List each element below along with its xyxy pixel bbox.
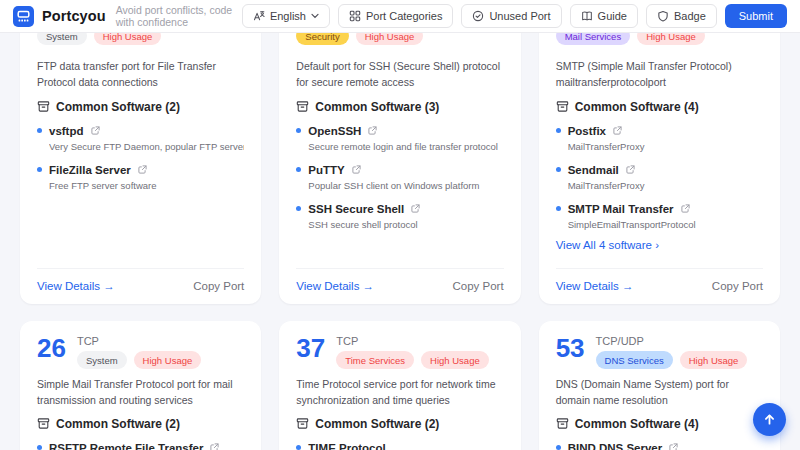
port-protocol: TCP <box>336 335 488 348</box>
software-item: PuTTYPopular SSH client on Windows platf… <box>296 164 503 191</box>
software-description: SSH secure shell protocol <box>308 219 503 230</box>
software-name-link[interactable]: vsftpd <box>49 125 84 137</box>
software-name-link[interactable]: OpenSSH <box>308 125 361 137</box>
port-card[interactable]: 53 TCP/UDP DNS ServicesHigh Usage DNS (D… <box>539 321 780 450</box>
common-software-label: Common Software (4) <box>575 100 699 114</box>
software-item: FileZilla ServerFree FTP server software <box>37 164 244 191</box>
nav-label: Badge <box>674 10 706 22</box>
software-list: BIND DNS Server <box>556 431 763 450</box>
nav-button-badge[interactable]: Badge <box>646 4 717 28</box>
common-software-header: Common Software (2) <box>37 100 244 114</box>
submit-button[interactable]: Submit <box>725 4 787 28</box>
bullet-dot <box>37 167 42 172</box>
copy-port-button[interactable]: Copy Port <box>712 280 763 292</box>
software-item: RSFTP Remote File Transfer <box>37 442 244 450</box>
external-link-icon <box>368 126 377 135</box>
port-card[interactable]: Mail ServicesHigh Usage SMTP (Simple Mai… <box>539 5 780 304</box>
software-name-link[interactable]: RSFTP Remote File Transfer <box>49 442 203 450</box>
software-item: SSH Secure ShellSSH secure shell protoco… <box>296 203 503 230</box>
common-software-header: Common Software (3) <box>296 100 503 114</box>
bullet-dot <box>37 128 42 133</box>
port-meta: TCP SystemHigh Usage <box>77 335 201 369</box>
software-item: SendmailMailTransferProxy <box>556 164 763 191</box>
software-name-link[interactable]: FileZilla Server <box>49 164 131 176</box>
language-selector[interactable]: English <box>242 4 330 28</box>
bullet-dot <box>556 445 561 450</box>
software-list: vsftpdVery Secure FTP Daemon, popular FT… <box>37 114 244 191</box>
common-software-label: Common Software (2) <box>56 417 180 431</box>
port-description: FTP data transfer port for File Transfer… <box>37 59 244 91</box>
port-description: Default port for SSH (Secure Shell) prot… <box>296 59 503 91</box>
header-nav: English Port Categories Unused Port Guid… <box>242 4 787 28</box>
copy-port-button[interactable]: Copy Port <box>453 280 504 292</box>
nav-button-port-categories[interactable]: Port Categories <box>338 4 453 28</box>
port-card[interactable]: 37 TCP Time ServicesHigh Usage Time Prot… <box>279 321 520 450</box>
software-item: TIME Protocol <box>296 442 503 450</box>
nav-button-guide[interactable]: Guide <box>570 4 638 28</box>
port-header: 53 TCP/UDP DNS ServicesHigh Usage <box>556 335 763 369</box>
bullet-dot <box>556 128 561 133</box>
port-card[interactable]: SecurityHigh Usage Default port for SSH … <box>279 5 520 304</box>
software-name-link[interactable]: Sendmail <box>568 164 619 176</box>
port-card[interactable]: SystemHigh Usage FTP data transfer port … <box>20 5 261 304</box>
software-description: Secure remote login and file transfer pr… <box>308 141 503 152</box>
category-badge: High Usage <box>680 351 748 369</box>
port-meta: TCP Time ServicesHigh Usage <box>336 335 488 369</box>
external-link-icon <box>681 204 690 213</box>
box-icon <box>556 417 569 430</box>
grid-icon <box>349 10 361 22</box>
common-software-label: Common Software (2) <box>315 417 439 431</box>
software-description: SimpleEmailTransportProtocol <box>568 219 763 230</box>
port-description: Simple Mail Transfer Protocol port for m… <box>37 377 244 409</box>
port-description: DNS (Domain Name System) port for domain… <box>556 377 763 409</box>
bullet-dot <box>296 128 301 133</box>
category-badge: Time Services <box>336 351 414 369</box>
view-details-link[interactable]: View Details → <box>37 280 115 292</box>
badge-row: SystemHigh Usage <box>77 351 201 369</box>
external-link-icon <box>138 165 147 174</box>
software-name-link[interactable]: SMTP Mail Transfer <box>568 203 674 215</box>
translate-icon <box>253 10 265 22</box>
port-header: 26 TCP SystemHigh Usage <box>37 335 244 369</box>
view-details-link[interactable]: View Details → <box>296 280 374 292</box>
software-name-link[interactable]: PuTTY <box>308 164 344 176</box>
view-all-link[interactable]: View All 4 software › <box>556 239 763 251</box>
copy-port-button[interactable]: Copy Port <box>193 280 244 292</box>
software-name-link[interactable]: Postfix <box>568 125 606 137</box>
language-label: English <box>270 10 306 22</box>
category-badge: System <box>77 351 127 369</box>
software-list: TIME Protocol <box>296 431 503 450</box>
common-software-header: Common Software (4) <box>556 100 763 114</box>
badge-row: DNS ServicesHigh Usage <box>596 351 748 369</box>
external-link-icon <box>411 204 420 213</box>
external-link-icon <box>352 165 361 174</box>
port-card[interactable]: 26 TCP SystemHigh Usage Simple Mail Tran… <box>20 321 261 450</box>
bullet-dot <box>556 206 561 211</box>
box-icon <box>556 100 569 113</box>
bullet-dot <box>296 445 301 450</box>
chevron-down-icon <box>311 13 319 19</box>
software-item: BIND DNS Server <box>556 442 763 450</box>
nav-button-unused-port[interactable]: Unused Port <box>461 4 561 28</box>
port-protocol: TCP <box>77 335 201 348</box>
view-details-link[interactable]: View Details → <box>556 280 634 292</box>
software-name-link[interactable]: TIME Protocol <box>308 442 385 450</box>
box-icon <box>296 417 309 430</box>
bullet-dot <box>556 167 561 172</box>
external-link-icon <box>613 126 622 135</box>
software-list: RSFTP Remote File Transfer <box>37 431 244 450</box>
software-name-link[interactable]: BIND DNS Server <box>568 442 663 450</box>
box-icon <box>37 100 50 113</box>
scroll-to-top-button[interactable] <box>753 403 786 436</box>
external-link-icon <box>669 443 678 450</box>
software-name-link[interactable]: SSH Secure Shell <box>308 203 404 215</box>
card-footer: View Details → Copy Port <box>37 268 244 292</box>
external-link-icon <box>91 126 100 135</box>
bullet-dot <box>296 206 301 211</box>
card-footer: View Details → Copy Port <box>296 268 503 292</box>
badge-row: Time ServicesHigh Usage <box>336 351 488 369</box>
brand-tagline: Avoid port conflicts, code with confiden… <box>116 4 242 28</box>
external-link-icon <box>626 165 635 174</box>
nav-label: Guide <box>598 10 627 22</box>
software-item: vsftpdVery Secure FTP Daemon, popular FT… <box>37 125 244 152</box>
